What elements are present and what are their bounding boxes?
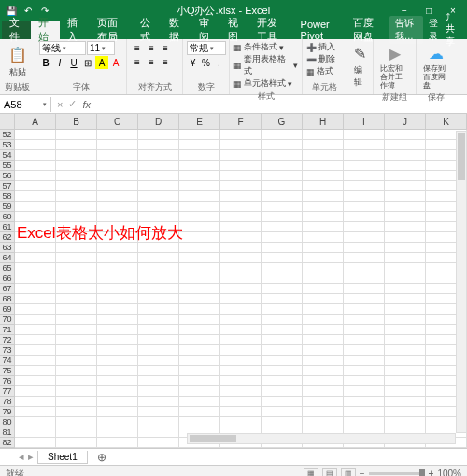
cell[interactable] [303, 284, 344, 294]
cell[interactable] [262, 161, 303, 171]
cell[interactable] [385, 345, 426, 356]
align-bot-icon[interactable]: ≡ [159, 41, 172, 54]
cell[interactable] [56, 284, 97, 294]
cell[interactable] [262, 284, 303, 294]
cell[interactable] [97, 304, 138, 315]
cell[interactable] [56, 366, 97, 376]
col-header[interactable]: B [56, 114, 97, 129]
cell[interactable] [303, 325, 344, 335]
cell[interactable] [344, 366, 385, 376]
cell[interactable] [220, 273, 262, 284]
bold-icon[interactable]: B [39, 56, 52, 69]
align-center-icon[interactable]: ≡ [145, 55, 158, 68]
cell[interactable] [303, 304, 344, 315]
cell[interactable] [56, 376, 97, 386]
cell[interactable] [385, 356, 426, 366]
cell[interactable] [385, 140, 426, 150]
cell[interactable] [344, 130, 385, 140]
cell[interactable] [138, 397, 179, 407]
cell[interactable] [179, 284, 220, 294]
cell[interactable] [344, 171, 385, 181]
cell[interactable] [138, 191, 179, 202]
cell[interactable] [15, 150, 56, 161]
cell[interactable] [138, 273, 179, 284]
cell[interactable] [138, 335, 179, 345]
cell[interactable] [220, 150, 262, 161]
cell[interactable] [138, 345, 179, 356]
cell[interactable] [385, 304, 426, 315]
border-icon[interactable]: ⊞ [81, 56, 94, 69]
cell[interactable] [15, 243, 56, 253]
cell[interactable] [344, 263, 385, 273]
row-header[interactable]: 69 [0, 304, 14, 315]
cell[interactable] [138, 304, 179, 315]
cell[interactable] [303, 356, 344, 366]
cell[interactable] [56, 417, 97, 427]
cell[interactable] [303, 222, 344, 232]
cell[interactable] [15, 427, 56, 438]
cell[interactable] [220, 202, 262, 212]
cell[interactable] [303, 140, 344, 150]
add-sheet-button[interactable]: ⊕ [92, 451, 112, 464]
row-header[interactable]: 68 [0, 294, 14, 304]
cell[interactable] [97, 263, 138, 273]
row-header[interactable]: 71 [0, 325, 14, 335]
row-header[interactable]: 61 [0, 222, 14, 232]
cell[interactable] [344, 161, 385, 171]
tab-review[interactable]: 审阅 [191, 21, 220, 39]
cell[interactable] [138, 171, 179, 181]
cell[interactable] [220, 161, 262, 171]
cell[interactable] [262, 315, 303, 325]
cell[interactable] [344, 345, 385, 356]
cell[interactable] [15, 161, 56, 171]
cell[interactable] [303, 376, 344, 386]
cell[interactable] [179, 273, 220, 284]
row-header[interactable]: 75 [0, 366, 14, 376]
cell[interactable] [138, 427, 179, 438]
cell[interactable] [344, 315, 385, 325]
cell[interactable] [97, 417, 138, 427]
horizontal-scrollbar[interactable] [187, 433, 456, 444]
row-header[interactable]: 60 [0, 212, 14, 222]
cell[interactable] [220, 417, 262, 427]
cell[interactable] [344, 181, 385, 191]
cell[interactable] [262, 376, 303, 386]
cell[interactable] [15, 253, 56, 263]
cell-style-button[interactable]: ▦ 单元格样式 ▾ [234, 77, 298, 90]
percent-icon[interactable]: % [200, 56, 212, 69]
cell[interactable] [15, 191, 56, 202]
fill-color-icon[interactable]: A [95, 56, 108, 69]
cell[interactable] [385, 376, 426, 386]
cell[interactable] [262, 366, 303, 376]
cell[interactable] [385, 386, 426, 397]
cell[interactable] [179, 130, 220, 140]
cell[interactable] [385, 397, 426, 407]
cell[interactable] [303, 150, 344, 161]
view-layout-icon[interactable]: ▤ [322, 468, 337, 477]
row-header[interactable]: 52 [0, 130, 14, 140]
col-header[interactable]: K [426, 114, 467, 129]
sheet-nav-next-icon[interactable]: ▸ [28, 451, 34, 463]
cell[interactable] [385, 315, 426, 325]
cell[interactable] [303, 345, 344, 356]
align-right-icon[interactable]: ≡ [159, 55, 172, 68]
cell[interactable] [303, 212, 344, 222]
col-header[interactable]: J [385, 114, 426, 129]
row-header[interactable]: 78 [0, 397, 14, 407]
cell[interactable] [179, 407, 220, 417]
row-header[interactable]: 63 [0, 243, 14, 253]
cell[interactable] [138, 140, 179, 150]
minimize-icon[interactable]: − [394, 6, 415, 16]
cell[interactable] [385, 161, 426, 171]
cell[interactable] [56, 345, 97, 356]
cell[interactable] [138, 325, 179, 335]
cell[interactable] [220, 294, 262, 304]
cell[interactable] [179, 315, 220, 325]
cell[interactable] [303, 171, 344, 181]
cell[interactable] [303, 417, 344, 427]
cell[interactable] [303, 273, 344, 284]
row-header[interactable]: 55 [0, 161, 14, 171]
cell[interactable] [344, 150, 385, 161]
cell[interactable] [220, 304, 262, 315]
cell[interactable] [97, 161, 138, 171]
